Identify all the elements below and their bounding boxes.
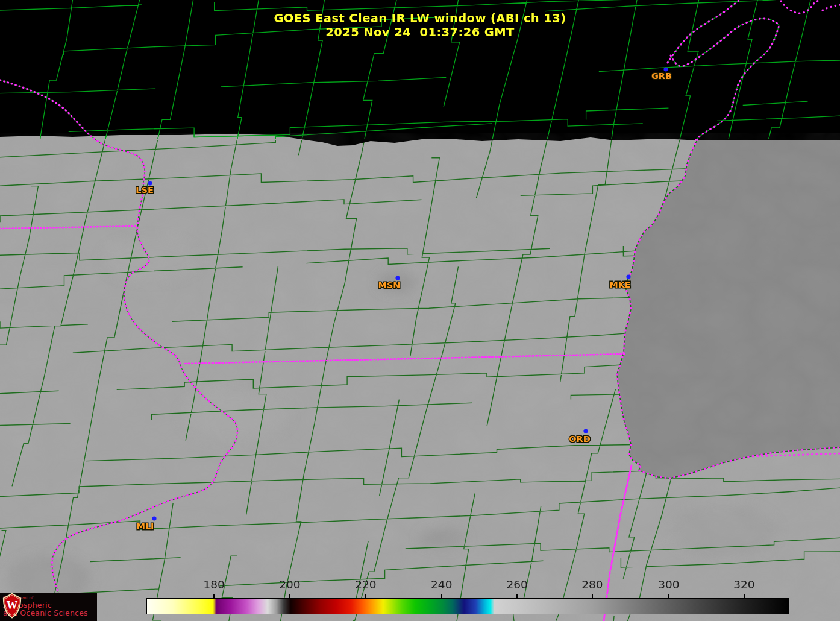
colorbar-tick-label: 180 [193,578,235,591]
uw-aos-logo: W Department of Atmospheric and Oceanic … [0,593,97,621]
city-label: ORD [569,434,591,444]
city-label: GRB [651,71,672,81]
goes-ir-viewer: GRBLSEMSNMKEORDMLI GOES East Clean IR LW… [0,0,840,621]
city-label: MKE [609,280,631,289]
colorbar-tick-label: 220 [345,578,387,591]
city-dot [583,429,588,433]
city-dot [663,67,668,71]
colorbar-tick [441,594,442,598]
image-grain [0,133,840,621]
city-label: LSE [136,185,154,195]
city-dot [626,274,630,279]
colorbar-tick [213,594,215,598]
colorbar-tick-label: 200 [269,578,311,591]
city-dot [148,181,152,185]
colorbar-tick [516,594,518,598]
colorbar-tick [289,594,290,598]
colorbar-tick-label: 260 [496,578,538,591]
temperature-colorbar [146,598,789,614]
colorbar-tick [365,594,366,598]
colorbar-tick-label: 300 [648,578,690,591]
city-dot [152,516,156,520]
colorbar-tick [668,594,669,598]
city-label: MLI [136,522,154,531]
colorbar-tick-label: 320 [723,578,765,591]
colorbar-tick-label: 280 [571,578,613,591]
city-dot [395,276,400,280]
colorbar-tick-label: 240 [421,578,463,591]
colorbar-tick [592,594,593,598]
city-label: MSN [378,280,400,290]
satellite-map: GRBLSEMSNMKEORDMLI [0,0,840,621]
cold-cloud-region [0,0,840,146]
crest-letter: W [7,599,18,611]
uw-crest-icon: W [2,593,22,619]
colorbar-tick [744,594,745,598]
